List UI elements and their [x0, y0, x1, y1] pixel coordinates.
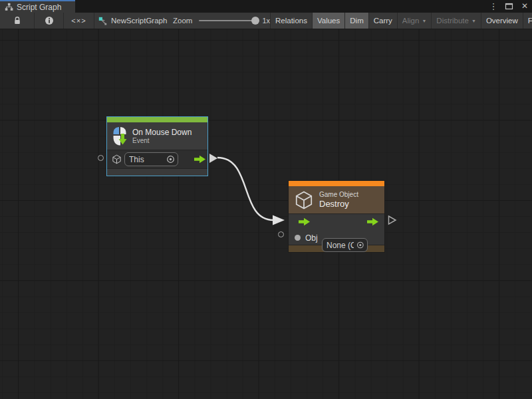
chevron-down-icon: ▼	[471, 19, 476, 23]
close-icon[interactable]: ✕	[520, 0, 529, 13]
flow-input-arrow-icon[interactable]	[299, 217, 311, 226]
node-on-mouse-down[interactable]: On Mouse Down Event This	[106, 116, 208, 176]
graph-hierarchy-icon	[5, 3, 13, 11]
event-accent-bar	[107, 117, 207, 122]
target-input-port[interactable]	[98, 155, 104, 161]
object-input-port[interactable]	[278, 231, 284, 237]
info-icon	[45, 16, 54, 25]
input-label: Obj	[305, 233, 318, 243]
script-graph-window: Script Graph ⋮ ✕	[0, 0, 532, 399]
distribute-label: Distribute	[436, 17, 469, 25]
node-header: On Mouse Down Event	[107, 122, 207, 150]
graph-breadcrumb[interactable]: NewScriptGraph	[94, 13, 167, 29]
zoom-control: Zoom 1x	[168, 13, 271, 29]
zoom-label: Zoom	[173, 17, 192, 25]
wire-layer	[0, 29, 532, 399]
tab-title: Script Graph	[17, 3, 61, 12]
dim-toggle[interactable]: Dim	[345, 13, 368, 29]
object-picker-icon[interactable]	[356, 241, 364, 249]
target-field-value: This	[129, 155, 164, 164]
node-body: This	[107, 150, 207, 168]
toolbar-left-group: <×>	[0, 13, 94, 29]
values-toggle[interactable]: Values	[313, 13, 345, 29]
tab-script-graph[interactable]: Script Graph	[0, 0, 75, 13]
values-label: Values	[317, 17, 340, 25]
object-field-value: None (O	[327, 241, 354, 250]
code-preview-button[interactable]: <×>	[64, 13, 94, 29]
mouse-down-icon	[112, 126, 127, 146]
lock-button[interactable]	[0, 13, 35, 29]
window-controls: ⋮ ✕	[489, 0, 529, 13]
full-screen-label: Full S	[528, 17, 532, 25]
game-object-cube-icon	[112, 154, 122, 164]
node-title: Destroy	[319, 199, 358, 209]
distribute-dropdown[interactable]: Distribute▼	[432, 13, 481, 29]
game-object-cube-icon	[294, 190, 314, 210]
toolbar: <×> NewScriptGraph Zoom 1x Relations Val…	[0, 13, 532, 29]
info-button[interactable]	[35, 13, 64, 29]
graph-name-label: NewScriptGraph	[111, 17, 167, 25]
destroy-accent-bar	[289, 181, 384, 186]
maximize-icon[interactable]	[505, 2, 513, 11]
view-toggle-group: Relations Values Dim Carry Align▼ Distri…	[271, 13, 532, 29]
menu-icon[interactable]: ⋮	[489, 0, 498, 13]
node-category: Game Object	[319, 191, 358, 199]
script-graph-asset-icon	[98, 17, 107, 25]
object-field[interactable]: None (O	[322, 238, 368, 252]
relations-label: Relations	[275, 17, 307, 25]
zoom-slider-handle[interactable]	[251, 17, 259, 25]
full-screen-button[interactable]: Full S	[523, 13, 532, 29]
chevron-down-icon: ▼	[422, 19, 426, 23]
align-dropdown[interactable]: Align▼	[398, 13, 432, 29]
flow-output-arrow-icon[interactable]	[194, 155, 206, 164]
carry-toggle[interactable]: Carry	[369, 13, 398, 29]
node-subtitle: Event	[132, 137, 192, 145]
node-body: Obj None (O	[289, 213, 384, 245]
lock-icon	[13, 16, 21, 25]
node-footer	[107, 168, 207, 176]
flow-output-port-triangle[interactable]	[209, 153, 218, 164]
value-port-dot[interactable]	[295, 235, 301, 241]
dim-label: Dim	[350, 17, 363, 25]
carry-label: Carry	[374, 17, 392, 25]
align-label: Align	[402, 17, 420, 25]
node-title: On Mouse Down	[132, 128, 192, 137]
object-picker-icon[interactable]	[166, 155, 175, 164]
overview-label: Overview	[486, 17, 518, 25]
tab-bar: Script Graph ⋮ ✕	[0, 0, 532, 13]
relations-toggle[interactable]: Relations	[271, 13, 313, 29]
node-header: Game Object Destroy	[289, 186, 384, 213]
flow-continue-port-triangle[interactable]	[388, 215, 397, 225]
node-destroy[interactable]: Game Object Destroy Obj No	[288, 180, 385, 253]
zoom-slider-track[interactable]	[199, 20, 255, 21]
wire-arrowhead	[273, 215, 285, 225]
flow-wire[interactable]	[217, 158, 285, 225]
flow-output-arrow-icon[interactable]	[367, 217, 379, 226]
overview-button[interactable]: Overview	[481, 13, 523, 29]
graph-canvas[interactable]: On Mouse Down Event This	[0, 29, 532, 399]
zoom-value: 1x	[262, 17, 270, 25]
target-field[interactable]: This	[124, 152, 178, 166]
